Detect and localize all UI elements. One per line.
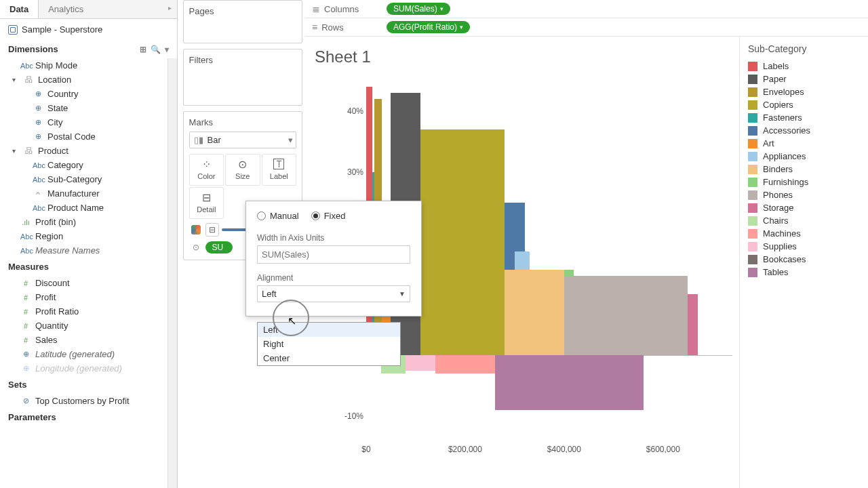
filters-shelf[interactable]: Filters — [183, 49, 302, 106]
parameters-header: Parameters — [0, 408, 167, 426]
marks-pill-sum[interactable]: SU — [205, 241, 233, 253]
alignment-option-left[interactable]: Left — [258, 323, 400, 337]
dim-postal[interactable]: ⊕Postal Code — [0, 129, 167, 144]
left-scrollbar[interactable] — [167, 58, 177, 488]
bar-storage[interactable] — [688, 294, 698, 355]
rows-pill[interactable]: AGG(Profit Ratio)▾ — [387, 21, 470, 33]
legend-label: Storage — [763, 203, 794, 213]
caret-down-icon: ▾ — [12, 76, 19, 83]
legend-item-accessories[interactable]: Accessories — [748, 124, 860, 137]
mark-type-select[interactable]: ▯▮ Bar ▾ — [189, 131, 296, 148]
legend-item-bookcases[interactable]: Bookcases — [748, 253, 860, 266]
meas-lat[interactable]: ⊕Latitude (generated) — [0, 347, 167, 361]
radio-manual[interactable]: Manual — [257, 211, 299, 221]
chevron-down-icon: ▾ — [288, 135, 293, 145]
legend-label: Appliances — [763, 151, 806, 161]
dim-location-folder[interactable]: ▾品Location — [0, 73, 167, 87]
dim-ship-mode[interactable]: AbcShip Mode — [0, 58, 167, 73]
x-axis[interactable]: $0$200,000$400,000$600,000 — [366, 441, 732, 454]
bar-tables[interactable] — [495, 355, 644, 410]
bar-supplies[interactable] — [406, 355, 435, 371]
abc-icon: Abc — [20, 247, 31, 255]
meas-profit[interactable]: #Profit — [0, 290, 167, 304]
marks-detail[interactable]: ⊟Detail — [189, 187, 224, 219]
marks-pill-subcategory[interactable] — [222, 228, 249, 231]
dim-product-folder[interactable]: ▾品Product — [0, 144, 167, 158]
chevron-down-icon: ▼ — [399, 290, 406, 298]
dim-measure-names[interactable]: AbcMeasure Names — [0, 243, 167, 258]
legend-label: Art — [763, 138, 774, 148]
legend-item-paper[interactable]: Paper — [748, 73, 860, 85]
legend-item-storage[interactable]: Storage — [748, 201, 860, 214]
dim-city[interactable]: ⊕City — [0, 115, 167, 129]
meas-sales[interactable]: #Sales — [0, 333, 167, 347]
legend-label: Labels — [763, 61, 789, 71]
hierarchy-icon: 品 — [23, 146, 34, 156]
legend-item-fasteners[interactable]: Fasteners — [748, 111, 860, 124]
rows-shelf[interactable]: ≡Rows AGG(Profit Ratio)▾ — [305, 18, 868, 37]
columns-shelf[interactable]: ≣Columns SUM(Sales)▾ — [305, 0, 868, 18]
tab-data[interactable]: Data — [0, 0, 38, 18]
menu-icon[interactable]: ▾ — [165, 45, 169, 54]
meas-profit-ratio[interactable]: #Profit Ratio — [0, 304, 167, 319]
legend-label: Tables — [763, 267, 789, 277]
legend-item-envelopes[interactable]: Envelopes — [748, 85, 860, 98]
alignment-option-center[interactable]: Center — [258, 351, 400, 365]
legend-label: Chairs — [763, 216, 789, 226]
dim-category[interactable]: AbcCategory — [0, 158, 167, 172]
legend-item-tables[interactable]: Tables — [748, 266, 860, 279]
globe-icon: ⊕ — [33, 104, 43, 113]
sets-header: Sets — [0, 375, 167, 394]
measures-header: Measures — [0, 258, 167, 276]
legend-label: Furnishings — [763, 177, 808, 187]
legend-label: Envelopes — [763, 87, 804, 97]
dim-state[interactable]: ⊕State — [0, 101, 167, 115]
legend-item-art[interactable]: Art — [748, 137, 860, 150]
columns-pill[interactable]: SUM(Sales)▾ — [387, 3, 450, 15]
legend-item-phones[interactable]: Phones — [748, 188, 860, 201]
search-icon[interactable]: 🔍 — [151, 45, 161, 54]
bar-binders[interactable] — [505, 270, 564, 355]
meas-discount[interactable]: #Discount — [0, 276, 167, 290]
meas-lon[interactable]: ⊕Longitude (generated) — [0, 361, 167, 375]
dim-region[interactable]: AbcRegion — [0, 229, 167, 243]
pages-shelf[interactable]: Pages — [183, 0, 302, 43]
dim-profit-bin[interactable]: .ılıProfit (bin) — [0, 215, 167, 229]
view-as-icon[interactable]: ⊞ — [140, 45, 146, 54]
legend-item-appliances[interactable]: Appliances — [748, 150, 860, 163]
meas-quantity[interactable]: #Quantity — [0, 319, 167, 333]
dim-country[interactable]: ⊕Country — [0, 87, 167, 101]
bar-copiers[interactable] — [420, 129, 505, 355]
dim-subcategory[interactable]: AbcSub-Category — [0, 172, 167, 186]
bar-phones[interactable] — [564, 276, 688, 355]
legend-item-chairs[interactable]: Chairs — [748, 214, 860, 227]
set-top-customers[interactable]: ⊘Top Customers by Profit — [0, 394, 167, 408]
width-input[interactable] — [257, 245, 410, 264]
hash-icon: # — [20, 336, 31, 344]
marks-size[interactable]: ⊙Size — [225, 154, 260, 186]
abc-icon: Abc — [20, 232, 31, 241]
marks-label[interactable]: 🅃Label — [262, 154, 296, 186]
legend-item-binders[interactable]: Binders — [748, 163, 860, 176]
datasource-row[interactable]: Sample - Superstore — [0, 19, 177, 40]
dim-product-name[interactable]: AbcProduct Name — [0, 201, 167, 215]
legend-item-furnishings[interactable]: Furnishings — [748, 176, 860, 188]
dim-manufacturer[interactable]: 𝄐Manufacturer — [0, 186, 167, 201]
legend-item-copiers[interactable]: Copiers — [748, 98, 860, 111]
alignment-select[interactable]: Left▼ — [257, 285, 410, 302]
rows-icon: ≡ — [312, 22, 317, 33]
color-legend[interactable]: Sub-Category LabelsPaperEnvelopesCopiers… — [739, 37, 868, 488]
abc-icon: Abc — [33, 204, 43, 212]
marks-color[interactable]: ⁘Color — [189, 154, 224, 186]
sheet-title[interactable]: Sheet 1 — [315, 47, 732, 66]
alignment-option-right[interactable]: Right — [258, 337, 400, 351]
legend-label: Bookcases — [763, 254, 806, 264]
legend-item-supplies[interactable]: Supplies — [748, 240, 860, 253]
hash-icon: # — [20, 293, 31, 302]
abc-icon: Abc — [33, 176, 43, 184]
detail-icon: ⊟ — [191, 192, 222, 204]
legend-item-machines[interactable]: Machines — [748, 227, 860, 240]
tab-analytics[interactable]: Analytics — [38, 0, 176, 18]
legend-item-labels[interactable]: Labels — [748, 60, 860, 73]
radio-fixed[interactable]: Fixed — [311, 211, 346, 221]
